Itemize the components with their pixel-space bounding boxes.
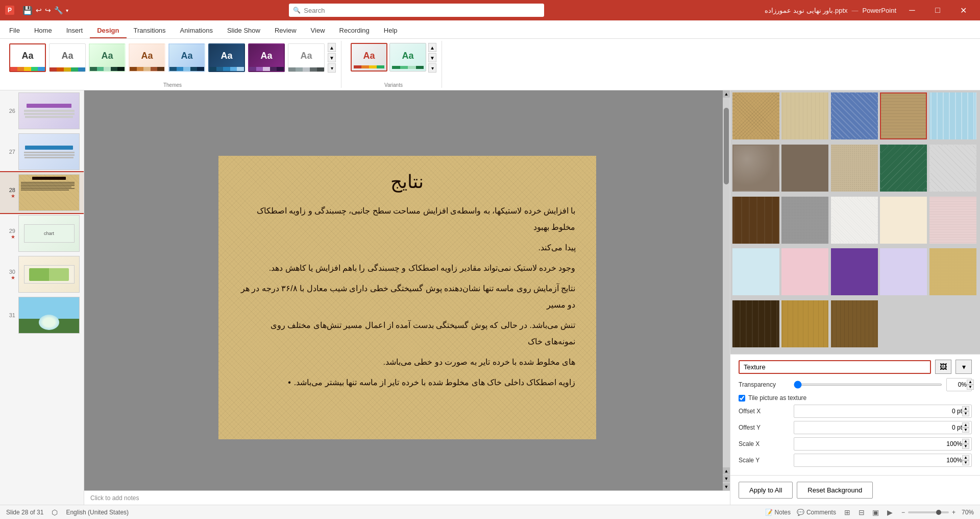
- comments-button[interactable]: 💬 Comments: [797, 509, 836, 516]
- offset-y-input[interactable]: [796, 424, 962, 431]
- texture-burlap[interactable]: [732, 92, 779, 139]
- slide-thumb-31[interactable]: [18, 297, 80, 334]
- variants-scroll-expand[interactable]: ▾: [428, 63, 436, 73]
- tab-home[interactable]: Home: [27, 23, 59, 38]
- slide-item-26[interactable]: 26: [0, 90, 84, 131]
- search-input[interactable]: [304, 7, 540, 14]
- offset-x-input[interactable]: [796, 408, 962, 415]
- apply-to-all-button[interactable]: Apply to All: [739, 482, 793, 499]
- tab-insert[interactable]: Insert: [59, 23, 90, 38]
- tab-animations[interactable]: Animations: [173, 23, 220, 38]
- themes-scroll-up[interactable]: ▲: [328, 43, 336, 52]
- texture-pink-fabric[interactable]: [929, 197, 976, 244]
- texture-marble-white[interactable]: [929, 145, 976, 192]
- expand-down-icon[interactable]: ▼: [723, 475, 730, 482]
- texture-weave-blue[interactable]: [831, 92, 878, 139]
- texture-burlap2[interactable]: [880, 92, 927, 139]
- accessibility-icon[interactable]: ⬡: [52, 508, 58, 516]
- texture-purple[interactable]: [831, 248, 878, 295]
- slide-item-30[interactable]: 30 ★: [0, 254, 84, 295]
- slide-thumb-29[interactable]: chart: [18, 215, 80, 252]
- search-bar[interactable]: 🔍: [289, 4, 544, 17]
- themes-scroll-expand[interactable]: ▾: [328, 63, 336, 73]
- texture-walnut[interactable]: [831, 300, 878, 347]
- slide-item-31[interactable]: 31: [0, 295, 84, 336]
- slide-thumb-26[interactable]: [18, 92, 80, 129]
- zoom-in-icon[interactable]: +: [952, 509, 955, 516]
- tile-checkbox[interactable]: [739, 395, 745, 402]
- texture-cream[interactable]: [880, 197, 927, 244]
- variants-scroll-up[interactable]: ▲: [428, 43, 436, 52]
- slide-thumb-30[interactable]: [18, 256, 80, 293]
- tab-transitions[interactable]: Transitions: [127, 23, 173, 38]
- theme-item-3[interactable]: Aa: [89, 43, 126, 72]
- zoom-out-icon[interactable]: −: [901, 509, 905, 516]
- texture-linen[interactable]: [781, 92, 828, 139]
- texture-oak[interactable]: [781, 300, 828, 347]
- scale-y-input[interactable]: [796, 457, 962, 464]
- normal-view-icon[interactable]: ⊞: [842, 507, 852, 517]
- texture-water[interactable]: [929, 92, 976, 139]
- theme-item-5[interactable]: Aa: [168, 43, 205, 72]
- slide-sorter-icon[interactable]: ⊟: [856, 507, 867, 517]
- offset-y-spin-down[interactable]: ▼: [962, 428, 969, 433]
- texture-picker-button[interactable]: 🖼: [935, 360, 951, 374]
- variant-item-2[interactable]: Aa: [389, 43, 426, 72]
- scale-x-spin-up[interactable]: ▲: [962, 439, 969, 444]
- slide-thumb-28[interactable]: [18, 174, 80, 211]
- texture-name-input[interactable]: [739, 360, 931, 374]
- texture-light-blue[interactable]: [732, 248, 779, 295]
- reset-background-button[interactable]: Reset Background: [797, 482, 873, 499]
- zoom-track[interactable]: [908, 511, 949, 513]
- tab-file[interactable]: File: [2, 23, 27, 38]
- slide-item-29[interactable]: 29 ★ chart: [0, 213, 84, 254]
- transparency-spin-up[interactable]: ▲: [967, 380, 974, 385]
- texture-dark-wood[interactable]: [732, 300, 779, 347]
- tab-view[interactable]: View: [304, 23, 332, 38]
- theme-item-6[interactable]: Aa: [208, 43, 245, 72]
- texture-dropdown-button[interactable]: ▾: [955, 360, 972, 374]
- slide-item-27[interactable]: 27: [0, 131, 84, 172]
- transparency-slider[interactable]: [794, 384, 942, 386]
- vscroll-up[interactable]: ▲: [723, 90, 730, 98]
- customize-icon[interactable]: 🔧: [54, 6, 63, 14]
- offset-x-spin-up[interactable]: ▲: [962, 406, 969, 411]
- theme-item-8[interactable]: Aa: [288, 43, 325, 72]
- texture-crumpled[interactable]: [732, 145, 779, 192]
- expand-up-icon[interactable]: ▲: [723, 467, 730, 475]
- theme-item-4[interactable]: Aa: [129, 43, 165, 72]
- texture-light-purple[interactable]: [880, 248, 927, 295]
- maximize-button[interactable]: □: [926, 2, 949, 18]
- theme-item-7[interactable]: Aa: [248, 43, 285, 72]
- scale-x-spin-down[interactable]: ▼: [962, 444, 969, 449]
- texture-wood-dark[interactable]: [732, 197, 779, 244]
- vscroll-down[interactable]: ▼: [723, 483, 730, 490]
- tab-design[interactable]: Design: [90, 23, 126, 38]
- reading-view-icon[interactable]: ▣: [871, 507, 881, 517]
- texture-marble-green[interactable]: [880, 145, 927, 192]
- texture-pink[interactable]: [781, 248, 828, 295]
- theme-item-2[interactable]: Aa: [49, 43, 86, 72]
- redo-icon[interactable]: ↪: [45, 6, 51, 14]
- tab-slideshow[interactable]: Slide Show: [220, 23, 267, 38]
- scale-x-input[interactable]: [796, 440, 962, 447]
- slide-thumb-27[interactable]: [18, 133, 80, 170]
- close-button[interactable]: ✕: [951, 2, 975, 18]
- texture-sand2[interactable]: [929, 248, 976, 295]
- texture-sand[interactable]: [831, 145, 878, 192]
- zoom-thumb[interactable]: [936, 510, 941, 515]
- slideshow-icon[interactable]: ▶: [885, 507, 895, 517]
- tab-review[interactable]: Review: [267, 23, 304, 38]
- scale-y-spin-up[interactable]: ▲: [962, 455, 969, 460]
- slide-item-28[interactable]: 28 ★: [0, 172, 84, 213]
- tab-help[interactable]: Help: [377, 23, 405, 38]
- canvas-vscroll[interactable]: ▲ ▲ ▼ ▼: [723, 90, 730, 490]
- texture-granite[interactable]: [781, 197, 828, 244]
- minimize-button[interactable]: ─: [900, 2, 924, 18]
- vscroll-thumb[interactable]: [724, 108, 729, 184]
- offset-y-spin-up[interactable]: ▲: [962, 422, 969, 428]
- transparency-spin-down[interactable]: ▼: [967, 385, 974, 390]
- offset-x-spin-down[interactable]: ▼: [962, 411, 969, 416]
- tab-recording[interactable]: Recording: [332, 23, 377, 38]
- undo-icon[interactable]: ↩: [36, 6, 42, 14]
